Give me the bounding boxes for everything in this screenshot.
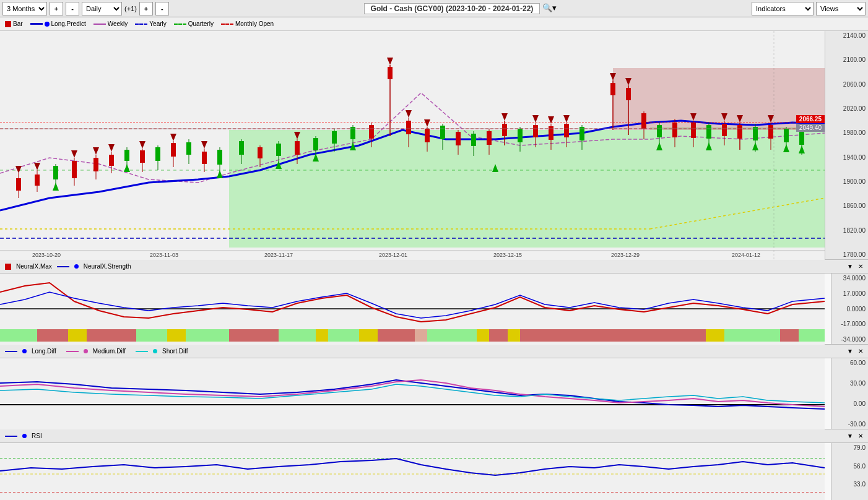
svg-rect-170 [656,329,706,342]
neural-y-0: 0.0000 [834,306,866,312]
indicators-select[interactable]: Indicators [752,2,814,15]
rsi-label: RSI [32,433,42,439]
svg-rect-42 [295,141,300,155]
svg-rect-152 [68,329,87,342]
diff-medium-label: Medium.Diff [93,348,126,355]
svg-rect-24 [140,150,145,163]
svg-rect-94 [737,125,742,139]
svg-rect-64 [487,131,492,145]
price-badge-2: 2049.40 [796,124,825,132]
svg-rect-162 [378,329,415,342]
svg-rect-100 [784,129,789,142]
svg-rect-167 [508,329,520,342]
offset-plus-button[interactable]: + [139,2,153,15]
svg-text:2023-11-03: 2023-11-03 [150,252,178,258]
rsi-chart-svg [0,443,825,500]
main-chart-svg: 2023-10-20 2023-11-03 2023-11-17 2023-12… [0,31,825,260]
svg-rect-28 [171,143,176,157]
svg-rect-155 [167,329,186,342]
y-label-2060: 2060.00 [828,81,866,88]
diff-yaxis: 60.00 30.00 0.00 -30.00 [831,358,868,429]
svg-rect-12 [35,175,40,186]
svg-rect-56 [425,129,430,142]
svg-rect-151 [37,329,68,342]
svg-text:2023-12-29: 2023-12-29 [611,252,640,258]
svg-rect-88 [691,123,696,138]
neural-strength-dot [74,264,79,269]
diff-y-0: 0.00 [834,400,866,407]
svg-rect-80 [626,88,631,100]
period-select[interactable]: 3 Months 1 Month 6 Months 1 Year [2,2,47,15]
svg-rect-177 [0,443,825,500]
svg-rect-160 [328,329,359,342]
svg-rect-165 [477,329,489,342]
svg-rect-159 [316,329,328,342]
svg-rect-171 [706,329,724,342]
svg-rect-66 [502,124,507,136]
svg-rect-175 [0,358,825,429]
svg-rect-68 [518,129,523,142]
svg-rect-173 [780,329,799,342]
y-label-1820: 1820.00 [828,227,866,234]
svg-rect-166 [489,329,508,342]
svg-rect-164 [427,329,477,342]
svg-rect-26 [155,147,160,161]
svg-rect-38 [258,147,263,158]
svg-text:2023-11-17: 2023-11-17 [264,252,293,258]
y-label-2020: 2020.00 [828,105,866,112]
neural-close-btn[interactable]: ✕ [858,263,863,270]
interval-select[interactable]: Daily Weekly Monthly [82,2,122,15]
y-label-1780: 1780.00 [828,251,866,258]
neural-max-color [5,264,11,270]
legend-quarterly-item: Quarterly [174,20,214,27]
neural-yaxis: 34.0000 17.0000 0.0000 -17.0000 -34.0000 [831,274,868,344]
price-badge-1: 2066.25 [796,115,825,123]
diff-panel-header: Long.Diff Medium.Diff Short.Diff ▼ ✕ [0,345,868,358]
rsi-y-33: 33.0 [834,481,866,488]
main-chart-panel: 2023-10-20 2023-11-03 2023-11-17 2023-12… [0,31,868,260]
svg-rect-169 [582,329,656,342]
neural-collapse-btn[interactable]: ▼ [847,263,853,270]
svg-rect-34 [217,150,222,165]
neural-y-34: 34.0000 [834,275,866,282]
svg-rect-90 [706,125,711,139]
svg-rect-52 [388,67,393,79]
svg-rect-44 [313,138,318,150]
rsi-collapse-btn[interactable]: ▼ [847,433,853,439]
diff-y-n30: -30.00 [834,421,866,428]
zoom-in-button[interactable]: + [50,2,63,15]
rsi-close-btn[interactable]: ✕ [858,433,863,439]
rsi-chart-panel: 79.0 56.0 33.0 10.0 [0,443,868,500]
offset-minus-button[interactable]: - [155,2,169,15]
zoom-out-button[interactable]: - [66,2,79,15]
diff-collapse-btn[interactable]: ▼ [847,348,853,355]
views-select[interactable]: Views [816,2,866,15]
y-label-2140: 2140.00 [828,32,866,39]
diff-chart-panel: 60.00 30.00 0.00 -30.00 [0,358,868,429]
svg-rect-60 [456,132,461,145]
search-icon[interactable]: 🔍▾ [542,3,557,14]
svg-rect-86 [672,123,677,137]
svg-text:2024-01-12: 2024-01-12 [732,252,760,258]
diff-chart-svg [0,358,825,429]
y-label-2100: 2100.00 [828,56,866,63]
legend-yearly-item: Yearly [135,20,166,27]
diff-long-label: Long.Diff [32,348,56,355]
y-label-1940: 1940.00 [828,154,866,161]
neural-chart-svg [0,274,825,345]
chart-title: Gold - Cash (GCY00) (2023-10-20 - 2024-0… [364,3,540,14]
svg-rect-62 [471,134,476,146]
svg-rect-70 [533,125,538,137]
svg-rect-16 [72,161,77,178]
svg-rect-40 [276,144,281,156]
legend-bar-item: Bar [5,20,23,27]
svg-rect-78 [610,83,615,95]
offset-label: (+1) [124,5,137,12]
svg-rect-72 [549,126,553,140]
svg-rect-163 [415,329,427,342]
diff-close-btn[interactable]: ✕ [858,348,863,355]
legend-weekly-item: Weekly [93,20,128,27]
svg-rect-58 [440,126,445,139]
svg-rect-172 [724,329,780,342]
svg-rect-10 [16,178,21,191]
